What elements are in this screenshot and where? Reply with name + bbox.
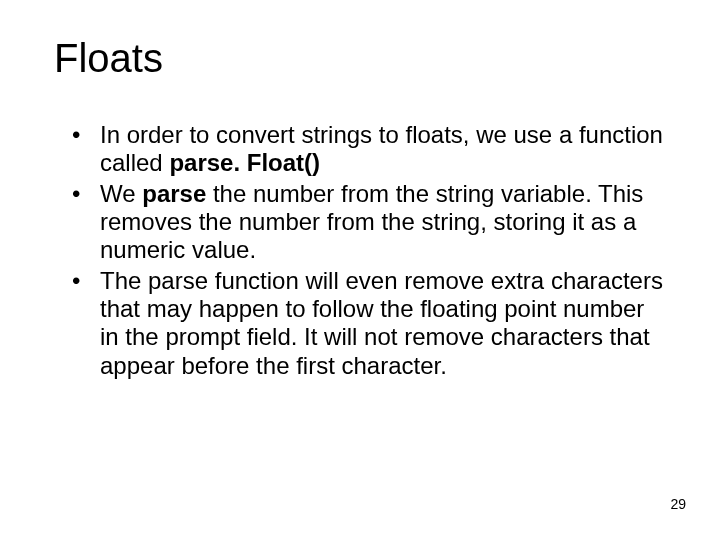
- bullet-text-bold: parse. Float(): [169, 149, 320, 176]
- bullet-list: In order to convert strings to floats, w…: [54, 121, 666, 380]
- bullet-item: We parse the number from the string vari…: [72, 180, 666, 265]
- slide-title: Floats: [54, 36, 666, 81]
- bullet-text-bold: parse: [142, 180, 206, 207]
- page-number: 29: [670, 496, 686, 512]
- bullet-text-pre: The parse function will even remove extr…: [100, 267, 663, 379]
- bullet-text-pre: We: [100, 180, 142, 207]
- slide: Floats In order to convert strings to fl…: [0, 0, 720, 540]
- bullet-item: The parse function will even remove extr…: [72, 267, 666, 380]
- bullet-item: In order to convert strings to floats, w…: [72, 121, 666, 178]
